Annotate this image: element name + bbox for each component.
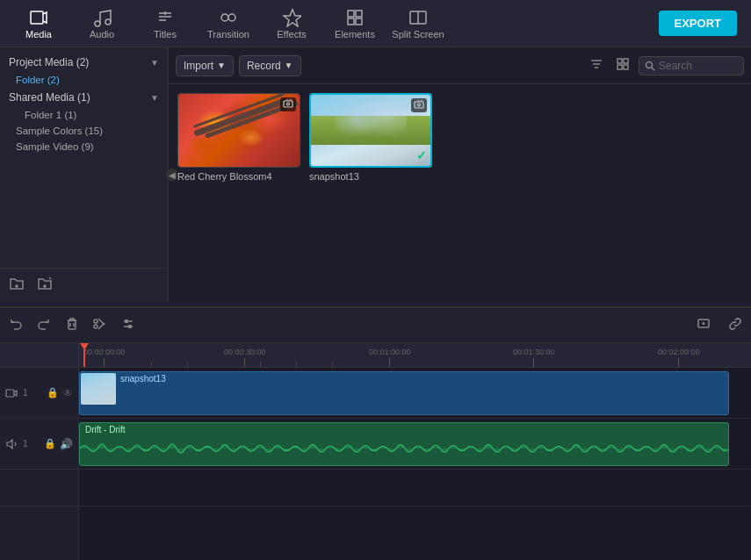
toolbar-item-transition[interactable]: Transition [197,0,260,47]
sidebar-section-project-media[interactable]: Project Media (2) ▼ [0,53,168,72]
svg-point-34 [94,325,97,328]
top-toolbar: Media Audio Titles Transition Effects [0,0,751,47]
audio-clip[interactable]: Drift - Drift [79,422,729,466]
link-button[interactable] [726,315,744,336]
adjust-icon [121,317,135,331]
grid-view-button[interactable] [612,55,633,75]
media-item-snapshot[interactable]: ✓ snapshot13 [309,93,432,293]
search-field-wrapper [639,56,744,75]
record-label: Record [247,60,281,72]
import-folder-icon[interactable] [37,276,53,295]
toolbar-label-titles: Titles [154,29,177,39]
ruler-label-60: 00:01:00:00 [369,348,411,356]
redo-button[interactable] [35,315,53,336]
cut-icon [93,317,107,331]
ruler-mark-120: 00:02:00:00 [658,348,700,367]
sidebar-content: Project Media (2) ▼ Folder (2) Shared Me… [0,47,168,268]
import-dropdown[interactable]: Import ▼ [176,55,234,76]
add-track-button[interactable] [695,315,712,336]
toolbar-item-elements[interactable]: Elements [323,0,386,47]
delete-icon [65,317,79,331]
media-icon [29,8,48,27]
media-grid: Red Cherry Blossom4 ✓ snapshot13 [169,84,751,302]
delete-button[interactable] [63,315,81,336]
ruler-minor-4 [296,362,297,367]
audio-icon [92,8,112,27]
toolbar-item-effects[interactable]: Effects [260,0,323,47]
timeline-track-labels: 1 🔒 👁 1 🔒 🔊 [0,343,79,560]
toolbar-label-media: Media [25,29,52,39]
audio-track-row: Drift - Drift [79,419,751,470]
undo-button[interactable] [7,315,25,336]
ruler-corner [0,343,78,368]
toolbar-item-splitscreen[interactable]: Split Screen [386,0,450,47]
record-dropdown[interactable]: Record ▼ [239,55,301,76]
cut-button[interactable] [91,315,109,336]
svg-line-25 [652,67,655,70]
filter-button[interactable] [586,55,607,75]
audio-track-lock[interactable]: 🔒 [44,438,56,450]
ruler-minor-2 [187,362,188,367]
svg-rect-7 [356,11,362,17]
ruler-minor-5 [332,362,333,367]
clip-content: snapshot13 [117,372,728,414]
adjust-button[interactable] [119,315,137,336]
audio-track-icon [5,438,18,450]
shared-media-chevron: ▼ [150,93,159,103]
toolbar-label-transition: Transition [207,29,249,39]
empty-track-label [0,470,78,506]
media-toolbar: Import ▼ Record ▼ [169,47,751,84]
video-track-row: snapshot13 [79,368,751,419]
new-folder-icon[interactable] [9,276,25,295]
timeline-toolbar [0,308,751,343]
sidebar-item-sample-video[interactable]: Sample Video (9) [0,139,168,154]
ruler-mark-90: 00:01:30:00 [513,348,555,367]
clip-thumbnail-snapshot [81,373,116,405]
export-button[interactable]: EXPORT [659,11,737,36]
ruler-tick-60 [389,358,390,367]
media-thumb-snapshot: ✓ [309,93,432,168]
link-icon [728,317,742,331]
sidebar-item-folder[interactable]: Folder (2) [0,72,168,88]
toolbar-label-effects: Effects [277,29,306,39]
grid-icon [616,57,630,71]
audio-track-number: 1 [23,439,28,449]
effects-icon [282,8,301,27]
ruler-label-30: 00:00:30:00 [224,348,266,356]
audio-track-controls: 🔒 🔊 [44,438,73,450]
sidebar-section-shared-media[interactable]: Shared Media (1) ▼ [0,88,168,107]
video-track-number: 1 [23,388,28,398]
ruler-tick-0 [104,358,105,367]
video-track-visibility[interactable]: 👁 [62,387,73,399]
video-track-icon [5,387,18,399]
video-track-lock[interactable]: 🔒 [47,387,59,399]
svg-point-29 [418,104,421,106]
toolbar-item-titles[interactable]: Titles [134,0,197,47]
sidebar-item-folder1[interactable]: Folder 1 (1) [0,107,168,123]
svg-point-2 [105,19,111,25]
svg-rect-20 [617,59,622,63]
tracks-body: snapshot13 Drift - Drift [79,368,751,560]
sidebar-item-sample-colors[interactable]: Sample Colors (15) [0,123,168,139]
collapse-sidebar-button[interactable]: ◀ [166,169,178,181]
toolbar-item-audio[interactable]: Audio [70,0,134,47]
audio-track-volume[interactable]: 🔊 [60,438,73,450]
ruler-tick-30 [244,358,245,367]
ruler-mark-0: 00:00:00:00 [83,348,126,367]
media-panel: Import ▼ Record ▼ [169,47,751,302]
search-input[interactable] [659,60,738,72]
transition-icon [219,8,238,27]
redo-icon [37,317,51,331]
empty-track-row [79,470,751,506]
svg-rect-6 [348,11,354,17]
clip-inner: snapshot13 [80,372,728,414]
ruler-label-90: 00:01:30:00 [513,348,555,356]
media-item-cherry[interactable]: Red Cherry Blossom4 [177,93,300,293]
timeline-area: 1 🔒 👁 1 🔒 🔊 [0,306,751,560]
svg-rect-26 [284,101,292,107]
toolbar-item-media[interactable]: Media [7,0,70,47]
video-clip[interactable]: snapshot13 [79,371,729,415]
svg-point-3 [221,14,228,21]
svg-marker-5 [284,10,301,26]
project-media-label: Project Media (2) [9,56,89,68]
